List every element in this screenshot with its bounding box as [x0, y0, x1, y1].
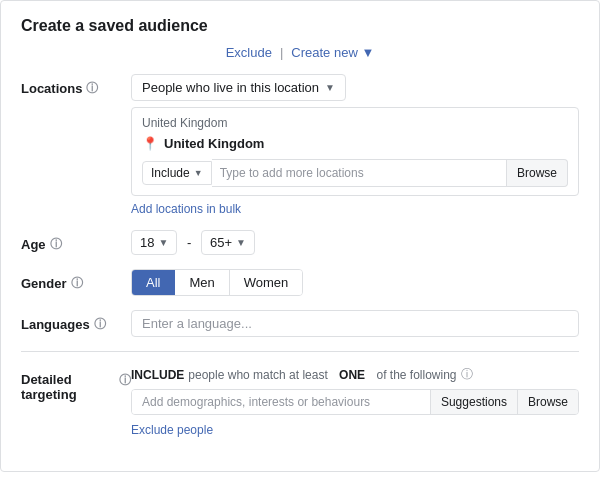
link-separator: | — [280, 45, 283, 60]
detailed-browse-button[interactable]: Browse — [517, 390, 578, 414]
create-new-label: Create new — [291, 45, 357, 60]
age-max-dropdown[interactable]: 65+ ▼ — [201, 230, 255, 255]
gender-men-button[interactable]: Men — [174, 270, 228, 295]
age-row: Age ⓘ 18 ▼ - 65+ ▼ — [21, 230, 579, 255]
age-max-arrow: ▼ — [236, 237, 246, 248]
gender-label: Gender ⓘ — [21, 269, 131, 292]
locations-content: People who live in this location ▼ Unite… — [131, 74, 579, 216]
locations-row: Locations ⓘ People who live in this loca… — [21, 74, 579, 216]
location-type-arrow: ▼ — [325, 82, 335, 93]
languages-row: Languages ⓘ — [21, 310, 579, 337]
top-links: Exclude | Create new ▼ — [21, 45, 579, 60]
create-new-link[interactable]: Create new ▼ — [291, 45, 374, 60]
gender-info-icon[interactable]: ⓘ — [71, 275, 83, 292]
suggestions-button[interactable]: Suggestions — [430, 390, 517, 414]
location-selected: 📍 United Kingdom — [142, 136, 568, 151]
languages-content — [131, 310, 579, 337]
gender-row: Gender ⓘ All Men Women — [21, 269, 579, 296]
location-type-dropdown[interactable]: People who live in this location ▼ — [131, 74, 346, 101]
languages-label: Languages ⓘ — [21, 310, 131, 333]
age-label: Age ⓘ — [21, 230, 131, 253]
location-box: United Kingdom 📍 United Kingdom Include … — [131, 107, 579, 196]
detailed-suffix-text: of the following — [376, 368, 456, 382]
create-new-arrow: ▼ — [361, 45, 374, 60]
age-min-value: 18 — [140, 235, 154, 250]
age-info-icon[interactable]: ⓘ — [50, 236, 62, 253]
location-hint: United Kingdom — [142, 116, 568, 130]
detailed-middle-text: people who match at least — [188, 368, 327, 382]
age-min-dropdown[interactable]: 18 ▼ — [131, 230, 177, 255]
age-dash: - — [187, 235, 191, 250]
detailed-targeting-row: Detailed targeting ⓘ INCLUDE people who … — [21, 366, 579, 437]
include-label: Include — [151, 166, 190, 180]
detailed-one-keyword: ONE — [339, 368, 365, 382]
age-content: 18 ▼ - 65+ ▼ — [131, 230, 579, 255]
locations-label: Locations ⓘ — [21, 74, 131, 97]
location-search-input[interactable] — [212, 159, 507, 187]
detailed-targeting-input[interactable] — [132, 390, 430, 414]
gender-content: All Men Women — [131, 269, 579, 296]
detailed-input-row: Suggestions Browse — [131, 389, 579, 415]
age-min-arrow: ▼ — [158, 237, 168, 248]
section-divider — [21, 351, 579, 352]
add-bulk-link[interactable]: Add locations in bulk — [131, 202, 579, 216]
languages-info-icon[interactable]: ⓘ — [94, 316, 106, 333]
detailed-targeting-content: INCLUDE people who match at least ONE of… — [131, 366, 579, 437]
detailed-targeting-label: Detailed targeting ⓘ — [21, 366, 131, 402]
exclude-people-link[interactable]: Exclude people — [131, 423, 579, 437]
language-input[interactable] — [131, 310, 579, 337]
gender-all-button[interactable]: All — [132, 270, 174, 295]
page-title: Create a saved audience — [21, 17, 579, 35]
page-container: Create a saved audience Exclude | Create… — [0, 0, 600, 472]
location-selected-text: United Kingdom — [164, 136, 264, 151]
location-type-label: People who live in this location — [142, 80, 319, 95]
include-row: Include ▼ Browse — [142, 159, 568, 187]
age-max-value: 65+ — [210, 235, 232, 250]
include-button[interactable]: Include ▼ — [142, 161, 212, 185]
detailed-info-icon[interactable]: ⓘ — [119, 372, 131, 389]
detailed-desc-info-icon[interactable]: ⓘ — [461, 366, 473, 383]
location-browse-button[interactable]: Browse — [507, 159, 568, 187]
exclude-link[interactable]: Exclude — [226, 45, 272, 60]
pin-icon: 📍 — [142, 136, 158, 151]
locations-info-icon[interactable]: ⓘ — [86, 80, 98, 97]
detailed-desc: INCLUDE people who match at least ONE of… — [131, 366, 579, 383]
gender-button-group: All Men Women — [131, 269, 303, 296]
include-arrow: ▼ — [194, 168, 203, 178]
detailed-include-keyword: INCLUDE — [131, 368, 184, 382]
gender-women-button[interactable]: Women — [229, 270, 303, 295]
